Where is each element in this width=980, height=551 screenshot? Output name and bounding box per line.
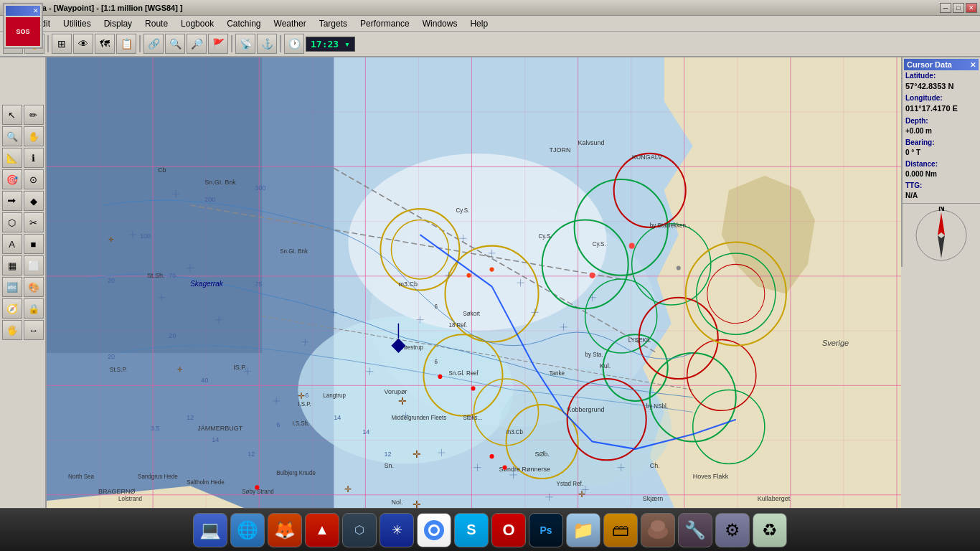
tool-grid[interactable]: ⊞ xyxy=(52,34,72,54)
tool-route[interactable]: 🔗 xyxy=(143,34,164,54)
taskbar-app2[interactable]: ⬡ xyxy=(342,513,377,547)
taskbar-computer[interactable]: 💻 xyxy=(193,513,227,547)
pan-tool[interactable]: ✋ xyxy=(24,126,44,146)
taskbar-ie[interactable]: 🌐 xyxy=(230,513,265,547)
ttg-row: TTG: N/A xyxy=(904,180,979,202)
svg-text:6: 6 xyxy=(434,303,438,310)
taskbar-photoshop[interactable]: Ps xyxy=(529,513,563,547)
select-tool[interactable]: ⬜ xyxy=(24,255,44,276)
svg-point-214 xyxy=(430,527,438,534)
svg-text:40: 40 xyxy=(201,377,208,384)
route-tool[interactable]: ⮕ xyxy=(2,191,22,211)
mark-tool[interactable]: 🎯 xyxy=(2,169,22,189)
delete-tool[interactable]: ✂ xyxy=(24,212,44,232)
titlebar-controls: ─ □ ✕ xyxy=(940,3,977,13)
hatch-tool[interactable]: ▦ xyxy=(2,255,22,276)
svg-text:Søkort: Søkort xyxy=(463,311,480,317)
svg-text:✛: ✛ xyxy=(298,391,305,401)
taskbar-finder[interactable]: 📁 xyxy=(566,513,600,547)
info-tool[interactable]: ℹ xyxy=(24,148,44,168)
cursor-tool[interactable]: ↖ xyxy=(2,105,22,125)
tool-clock[interactable]: 🕐 xyxy=(284,34,304,54)
menu-item-utilities[interactable]: Utilities xyxy=(57,17,97,30)
separator-4 xyxy=(280,35,281,52)
nav-tool[interactable]: 🧭 xyxy=(2,298,22,319)
svg-text:I.S.Sh.: I.S.Sh. xyxy=(292,420,309,427)
svg-text:Ch.: Ch. xyxy=(650,462,660,469)
taskbar-skype[interactable]: S xyxy=(454,513,489,547)
svg-text:Ystad Ref.: Ystad Ref. xyxy=(557,481,583,487)
svg-point-191 xyxy=(503,466,507,470)
cursor-data-close[interactable]: ✕ xyxy=(970,61,976,69)
menu-item-help[interactable]: Help xyxy=(464,17,494,30)
chart-area[interactable]: 100 200 300 75 75 20 40 3.5 12 14 12 6 6… xyxy=(47,57,901,551)
taskbar-app7[interactable]: ⚙ xyxy=(715,513,750,547)
svg-text:6: 6 xyxy=(305,392,308,399)
svg-text:Skjærn: Skjærn xyxy=(643,495,663,502)
ttg-label: TTG: xyxy=(905,181,977,191)
titlebar: 🧭 MaxSea - [Waypoint] - [1:1 million [WG… xyxy=(0,0,980,16)
menu-item-logbook[interactable]: Logbook xyxy=(175,17,220,30)
pencil-tool[interactable]: ✏ xyxy=(24,105,44,125)
tool-ais[interactable]: 📡 xyxy=(235,34,255,54)
taskbar-app6[interactable]: 🔧 xyxy=(678,513,712,547)
waypoint-tool[interactable]: ◆ xyxy=(24,191,44,211)
time-display[interactable]: 17:23 ▾ xyxy=(306,37,355,52)
svg-point-189 xyxy=(490,268,494,272)
menu-item-catching[interactable]: Catching xyxy=(221,17,266,30)
text-tool[interactable]: A xyxy=(2,234,22,254)
tool-chart[interactable]: 🗺 xyxy=(95,34,115,54)
separator-3 xyxy=(231,35,232,52)
minimize-button[interactable]: ─ xyxy=(940,3,951,13)
taskbar-chrome[interactable] xyxy=(417,513,451,547)
circle-tool[interactable]: ⊙ xyxy=(24,169,44,189)
tool-view[interactable]: 👁 xyxy=(73,34,93,54)
svg-text:Saltholm Hede: Saltholm Hede xyxy=(187,479,225,486)
svg-text:12: 12 xyxy=(248,451,255,458)
taskbar-opera[interactable]: O xyxy=(491,513,526,547)
tool-layer[interactable]: 📋 xyxy=(116,34,136,54)
tool-zoom-in[interactable]: 🔍 xyxy=(165,34,185,54)
taskbar-app1[interactable]: ▲ xyxy=(305,513,339,547)
polygon-tool[interactable]: ⬡ xyxy=(2,212,22,232)
zoom-tool[interactable]: 🔍 xyxy=(2,126,22,146)
menu-item-display[interactable]: Display xyxy=(98,17,138,30)
tool-row-9: 🔤 🎨 xyxy=(2,277,44,297)
svg-text:3.5: 3.5 xyxy=(151,425,160,432)
tool-anchor[interactable]: ⚓ xyxy=(257,34,277,54)
svg-text:Kobbergrund: Kobbergrund xyxy=(567,406,605,413)
tool-flag[interactable]: 🚩 xyxy=(208,34,228,54)
bearing-value: 0 ° T xyxy=(905,148,977,158)
menu-item-weather[interactable]: Weather xyxy=(268,17,312,30)
menu-item-windows[interactable]: Windows xyxy=(417,17,463,30)
svg-text:Langtrup: Langtrup xyxy=(323,392,346,399)
tool-zoom-out[interactable]: 🔎 xyxy=(187,34,207,54)
label-tool[interactable]: 🔤 xyxy=(2,277,22,297)
close-button[interactable]: ✕ xyxy=(966,3,977,13)
latitude-label: Latitude: xyxy=(905,71,977,81)
menu-item-route[interactable]: Route xyxy=(139,17,174,30)
drag-tool[interactable]: ↔ xyxy=(24,320,44,340)
menu-item-performance[interactable]: Performance xyxy=(354,17,415,30)
taskbar-app5[interactable] xyxy=(641,513,675,547)
taskbar-recycle[interactable]: ♻ xyxy=(753,513,787,547)
svg-text:Tanke: Tanke xyxy=(550,370,565,377)
square-tool[interactable]: ■ xyxy=(24,234,44,254)
svg-text:100: 100 xyxy=(140,232,151,240)
color-tool[interactable]: 🎨 xyxy=(24,277,44,297)
svg-text:Kalvsund: Kalvsund xyxy=(578,138,605,146)
svg-text:20: 20 xyxy=(169,332,176,339)
restore-button[interactable]: □ xyxy=(953,3,964,13)
lock-tool[interactable]: 🔒 xyxy=(24,298,44,319)
menu-item-targets[interactable]: Targets xyxy=(314,17,353,30)
svg-text:St.Sh.: St.Sh. xyxy=(147,272,165,279)
taskbar-app3[interactable]: ✳ xyxy=(380,513,414,547)
taskbar-firefox[interactable]: 🦊 xyxy=(268,513,302,547)
distance-label: Distance: xyxy=(905,159,977,169)
depth-value: +0.00 m xyxy=(905,126,977,136)
hand-tool[interactable]: 🖐 xyxy=(2,320,22,340)
svg-point-188 xyxy=(466,273,471,278)
measure-tool[interactable]: 📐 xyxy=(2,148,22,168)
taskbar-app4[interactable]: 🗃 xyxy=(603,513,638,547)
depth-label: Depth: xyxy=(905,116,977,126)
